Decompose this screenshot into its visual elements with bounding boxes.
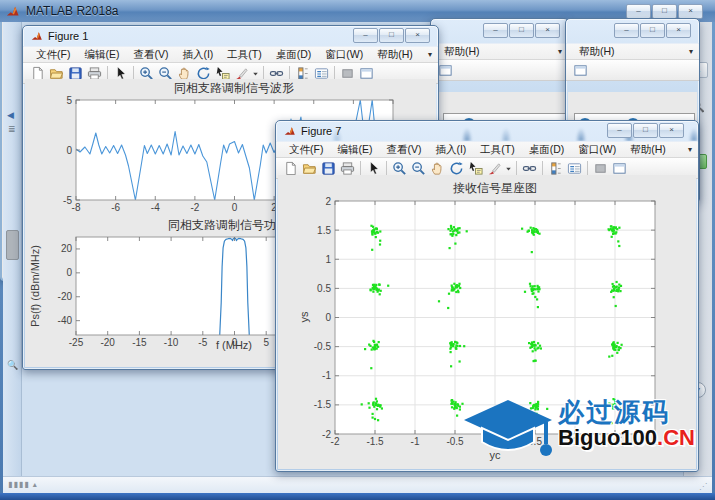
svg-text:-1.5: -1.5	[366, 436, 384, 447]
menu-window[interactable]: 窗口(W)	[571, 142, 623, 157]
close-button[interactable]: ×	[405, 28, 430, 43]
svg-text:5: 5	[263, 337, 269, 348]
bg1-menubar: 帮助(H) ▾	[431, 43, 568, 60]
svg-text:-20: -20	[100, 337, 115, 348]
svg-text:20: 20	[61, 243, 73, 254]
minimize-button[interactable]: –	[614, 23, 639, 38]
maximize-button[interactable]: □	[640, 23, 665, 38]
minimize-button[interactable]: –	[607, 123, 632, 138]
svg-text:-1: -1	[411, 436, 420, 447]
fig1-plot1-title: 同相支路调制信号波形	[174, 81, 294, 95]
matlab-statusbar: ▮▮▮▮ ▴ ⋰	[3, 476, 712, 493]
svg-text:-10: -10	[164, 337, 179, 348]
bg2-toolbar	[566, 60, 699, 81]
menu-overflow-chevron[interactable]: ▾	[689, 47, 693, 56]
figure7-titlebar[interactable]: Figure 7 – □ ×	[276, 121, 698, 141]
menu-insert[interactable]: 插入(I)	[175, 47, 220, 62]
minimize-button[interactable]: –	[353, 28, 378, 43]
toolbar-separator	[360, 161, 361, 175]
watermark-chinese-brand: 必过源码	[558, 398, 695, 426]
menu-help[interactable]: 帮助(H)	[623, 142, 673, 157]
svg-text:1: 1	[325, 254, 331, 265]
maximize-button[interactable]: □	[633, 123, 658, 138]
svg-text:-4: -4	[151, 202, 160, 213]
menu-tools[interactable]: 工具(T)	[220, 47, 268, 62]
bg1-toolbar	[431, 60, 568, 81]
svg-text:-2: -2	[190, 202, 199, 213]
menu-help[interactable]: 帮助(H)	[437, 44, 487, 59]
toolbar-separator	[386, 161, 387, 175]
watermark-domain: Biguo100.CN	[558, 426, 695, 450]
close-button[interactable]: ×	[535, 23, 560, 38]
menu-edit[interactable]: 编辑(E)	[77, 47, 126, 62]
show-plot-tools-button[interactable]	[571, 61, 590, 79]
menu-edit[interactable]: 编辑(E)	[330, 142, 379, 157]
figure7-window-controls: – □ ×	[607, 123, 684, 138]
svg-text:-2: -2	[322, 429, 331, 440]
menu-overflow-chevron[interactable]: ▾	[558, 47, 562, 56]
maximize-button[interactable]: □	[652, 4, 677, 19]
watermark-domain-suffix: .CN	[657, 425, 695, 450]
fig1-plot2-ylabel: Ps(f) (dBm/MHz)	[29, 245, 41, 327]
watermark-brand-en: Biguo100	[558, 425, 657, 450]
menu-view[interactable]: 查看(V)	[126, 47, 175, 62]
toolbar-separator	[334, 66, 335, 80]
glass-blur-peak	[687, 122, 701, 141]
toolbar-separator	[516, 161, 517, 175]
close-button[interactable]: ×	[666, 23, 691, 38]
menu-overflow-chevron[interactable]: ▾	[688, 145, 692, 154]
svg-text:1.5: 1.5	[317, 225, 331, 236]
close-button[interactable]: ×	[659, 123, 684, 138]
menu-view[interactable]: 查看(V)	[379, 142, 428, 157]
bg2-titlebar[interactable]: – □ ×	[566, 19, 699, 43]
bg1-titlebar[interactable]: – □ ×	[431, 19, 568, 43]
close-button[interactable]: ×	[678, 4, 703, 19]
svg-text:0: 0	[325, 312, 331, 323]
fig7-title: 接收信号星座图	[453, 181, 537, 195]
resize-grip[interactable]: ⋰	[699, 482, 708, 491]
figure7-menubar: 文件(F)编辑(E)查看(V)插入(I)工具(T)桌面(D)窗口(W)帮助(H)…	[276, 141, 698, 158]
bg2-menubar: 帮助(H) ▾	[566, 43, 699, 60]
bg2-window-controls: – □ ×	[614, 23, 691, 38]
menu-tools[interactable]: 工具(T)	[473, 142, 521, 157]
menu-desktop[interactable]: 桌面(D)	[269, 47, 319, 62]
menu-insert[interactable]: 插入(I)	[428, 142, 473, 157]
menu-desktop[interactable]: 桌面(D)	[522, 142, 572, 157]
svg-text:-5: -5	[63, 195, 72, 206]
svg-text:-40: -40	[58, 315, 73, 326]
matlab-desktop-screenshot: MATLAB R2018a – □ × ◀ ≣ 🔍 ▲ 🔍 × ▾ ▮▮▮▮ ▴…	[0, 0, 715, 500]
toolbar-separator	[107, 66, 108, 80]
main-window-controls: – □ ×	[626, 4, 703, 19]
menu-help[interactable]: 帮助(H)	[370, 47, 420, 62]
menu-overflow-chevron[interactable]: ▾	[428, 50, 432, 59]
search-icon[interactable]: 🔍	[7, 360, 18, 370]
svg-text:0.5: 0.5	[317, 283, 331, 294]
svg-text:0: 0	[232, 337, 238, 348]
menu-file[interactable]: 文件(F)	[282, 142, 330, 157]
menu-window[interactable]: 窗口(W)	[318, 47, 370, 62]
svg-text:5: 5	[66, 95, 72, 106]
fig7-ylabel: ys	[298, 311, 310, 323]
svg-text:-0.5: -0.5	[314, 341, 332, 352]
svg-text:0: 0	[232, 202, 238, 213]
biguo-watermark: 必过源码 Biguo100.CN	[462, 398, 714, 468]
statusbar-grip-widget[interactable]: ▮▮▮▮ ▴	[8, 480, 38, 489]
figure1-menubar: 文件(F)编辑(E)查看(V)插入(I)工具(T)桌面(D)窗口(W)帮助(H)…	[23, 46, 438, 63]
figure7-title: Figure 7	[301, 125, 341, 137]
menu-file[interactable]: 文件(F)	[29, 47, 77, 62]
figure1-window-controls: – □ ×	[353, 28, 430, 43]
window-bottom-frame	[0, 493, 715, 500]
svg-text:-8: -8	[72, 202, 81, 213]
svg-text:0: 0	[66, 267, 72, 278]
figure1-titlebar[interactable]: Figure 1 – □ ×	[23, 26, 438, 46]
graduation-cap-icon	[462, 398, 554, 468]
menu-help[interactable]: 帮助(H)	[572, 44, 622, 59]
minimize-button[interactable]: –	[626, 4, 651, 19]
minimize-button[interactable]: –	[483, 23, 508, 38]
toolbar-separator	[542, 161, 543, 175]
maximize-button[interactable]: □	[379, 28, 404, 43]
toolbar-separator	[587, 161, 588, 175]
toolbar-separator	[133, 66, 134, 80]
maximize-button[interactable]: □	[509, 23, 534, 38]
figure1-title: Figure 1	[48, 30, 88, 42]
